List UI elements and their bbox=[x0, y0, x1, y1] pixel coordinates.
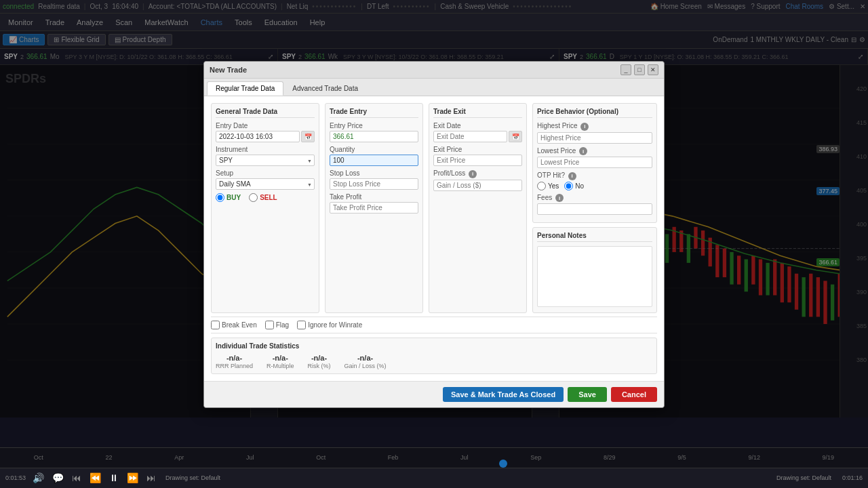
dialog-titlebar: New Trade _ □ ✕ bbox=[204, 62, 664, 79]
step-forward-btn[interactable]: ⏩ bbox=[125, 471, 140, 485]
tab-advanced[interactable]: Advanced Trade Data bbox=[283, 81, 367, 96]
profit-loss-input[interactable] bbox=[433, 180, 522, 191]
tl-22: 22 bbox=[106, 454, 113, 461]
tl-912: 9/12 bbox=[748, 454, 760, 461]
exit-date-wrapper: 📅 bbox=[433, 131, 522, 142]
pause-btn[interactable]: ⏸ bbox=[108, 471, 120, 485]
bottom-timeline: Oct 22 Apr Jul Oct Feb Jul Sep 8/29 9/5 … bbox=[0, 448, 868, 468]
otp-no-label[interactable]: No bbox=[564, 182, 584, 190]
volume-btn[interactable]: 🔊 bbox=[31, 471, 45, 485]
otp-hit-info-icon[interactable]: i bbox=[568, 172, 576, 180]
stat-gainloss-label: Gain / Loss (%) bbox=[344, 363, 387, 369]
tl-919: 9/19 bbox=[823, 454, 835, 461]
highest-price-field: Highest Price i bbox=[537, 122, 652, 144]
price-behavior-title: Price Behavior (Optional) bbox=[537, 108, 652, 118]
exit-price-input[interactable] bbox=[433, 155, 522, 166]
fast-forward-btn[interactable]: ⏭ bbox=[145, 471, 157, 485]
instrument-field: Instrument SPY bbox=[216, 146, 315, 166]
checkbox-row: Break Even Flag Ignore for Winrate bbox=[211, 317, 657, 333]
otp-hit-field: OTP Hit? i Yes No bbox=[537, 171, 652, 190]
break-even-checkbox[interactable] bbox=[211, 321, 220, 329]
profit-loss-info-icon[interactable]: i bbox=[469, 170, 477, 178]
stats-title: Individual Trade Statistics bbox=[216, 342, 652, 350]
flag-checkbox-label[interactable]: Flag bbox=[265, 321, 289, 329]
entry-date-label: Entry Date bbox=[216, 122, 315, 129]
otp-no-radio[interactable] bbox=[564, 182, 573, 190]
setup-select-wrapper: Daily SMA bbox=[216, 178, 315, 190]
otp-yes-label[interactable]: Yes bbox=[537, 182, 559, 190]
profit-loss-label: Profit/Loss i bbox=[433, 169, 522, 178]
fees-label: Fees i bbox=[537, 194, 652, 203]
lowest-price-input[interactable] bbox=[537, 157, 652, 168]
buy-radio-label[interactable]: BUY bbox=[216, 193, 241, 202]
tl-jul: Jul bbox=[246, 454, 254, 461]
exit-date-calendar-btn[interactable]: 📅 bbox=[509, 131, 522, 142]
ignore-winrate-checkbox[interactable] bbox=[297, 321, 306, 329]
lowest-price-label: Lowest Price i bbox=[537, 147, 652, 156]
dialog-controls: _ □ ✕ bbox=[620, 64, 658, 75]
step-back-btn[interactable]: ⏪ bbox=[88, 471, 102, 485]
exit-date-input[interactable] bbox=[433, 131, 507, 142]
price-behavior-section: Price Behavior (Optional) Highest Price … bbox=[532, 103, 657, 223]
stat-rmultiple: -n/a- R-Multiple bbox=[267, 354, 294, 369]
exit-price-field: Exit Price bbox=[433, 146, 522, 166]
dialog-maximize-btn[interactable]: □ bbox=[634, 64, 645, 75]
stop-loss-input[interactable] bbox=[330, 178, 418, 190]
timeline-indicator[interactable] bbox=[499, 460, 507, 468]
break-even-checkbox-label[interactable]: Break Even bbox=[211, 321, 257, 329]
tl-feb: Feb bbox=[388, 454, 399, 461]
drawing-set-left: Drawing set: Default bbox=[165, 474, 220, 481]
flag-checkbox[interactable] bbox=[265, 321, 274, 329]
instrument-select[interactable]: SPY bbox=[216, 155, 315, 166]
quantity-input[interactable] bbox=[330, 155, 418, 166]
entry-date-field: Entry Date 📅 bbox=[216, 122, 315, 142]
save-mark-button[interactable]: Save & Mark Trade As Closed bbox=[443, 387, 564, 402]
tl-95: 9/5 bbox=[677, 454, 686, 461]
highest-price-label: Highest Price i bbox=[537, 122, 652, 131]
new-trade-dialog: New Trade _ □ ✕ Regular Trade Data Advan… bbox=[203, 61, 665, 408]
cancel-button[interactable]: Cancel bbox=[611, 387, 657, 402]
highest-price-info-icon[interactable]: i bbox=[580, 123, 589, 131]
exit-date-label: Exit Date bbox=[433, 122, 522, 129]
skip-back-btn[interactable]: ⏮ bbox=[71, 471, 83, 485]
ignore-winrate-checkbox-label[interactable]: Ignore for Winrate bbox=[297, 321, 362, 329]
fees-info-icon[interactable]: i bbox=[555, 194, 564, 202]
entry-price-input[interactable] bbox=[330, 131, 418, 142]
take-profit-input[interactable] bbox=[330, 202, 418, 214]
stat-rmultiple-value: -n/a- bbox=[267, 354, 294, 362]
buy-sell-radio: BUY SELL bbox=[216, 193, 315, 202]
sell-radio-label[interactable]: SELL bbox=[249, 193, 277, 202]
dialog-title: New Trade bbox=[210, 66, 247, 74]
instrument-label: Instrument bbox=[216, 146, 315, 153]
entry-date-input[interactable] bbox=[216, 131, 300, 142]
profit-loss-field: Profit/Loss i bbox=[433, 169, 522, 191]
save-button[interactable]: Save bbox=[568, 387, 607, 402]
personal-notes-title: Personal Notes bbox=[537, 232, 652, 242]
exit-date-field: Exit Date 📅 bbox=[433, 122, 522, 142]
stat-gainloss-value: -n/a- bbox=[344, 354, 387, 362]
dialog-close-btn[interactable]: ✕ bbox=[648, 64, 658, 75]
dialog-sections: General Trade Data Entry Date 📅 Instrume… bbox=[211, 103, 657, 313]
general-title: General Trade Data bbox=[216, 108, 315, 118]
time-elapsed: 0:01:53 bbox=[5, 474, 26, 481]
fees-input[interactable] bbox=[537, 203, 652, 215]
setup-select[interactable]: Daily SMA bbox=[216, 178, 315, 190]
trade-exit-title: Trade Exit bbox=[433, 108, 522, 118]
tab-regular[interactable]: Regular Trade Data bbox=[207, 81, 283, 96]
dialog-minimize-btn[interactable]: _ bbox=[620, 64, 631, 75]
entry-date-calendar-btn[interactable]: 📅 bbox=[301, 131, 315, 142]
quantity-field: Quantity bbox=[330, 146, 418, 166]
quantity-label: Quantity bbox=[330, 146, 418, 153]
lowest-price-field: Lowest Price i bbox=[537, 147, 652, 169]
highest-price-input[interactable] bbox=[537, 132, 652, 144]
tl-jul2: Jul bbox=[460, 454, 469, 461]
personal-notes-textarea[interactable] bbox=[537, 246, 652, 307]
chat-btn[interactable]: 💬 bbox=[51, 471, 65, 485]
lowest-price-info-icon[interactable]: i bbox=[579, 147, 587, 155]
otp-yes-radio[interactable] bbox=[537, 182, 546, 190]
stat-rrr-label: RRR Planned bbox=[216, 363, 253, 369]
buy-radio[interactable] bbox=[216, 193, 224, 202]
sell-radio[interactable] bbox=[249, 193, 258, 202]
instrument-select-wrapper: SPY bbox=[216, 155, 315, 166]
entry-price-label: Entry Price bbox=[330, 122, 418, 129]
